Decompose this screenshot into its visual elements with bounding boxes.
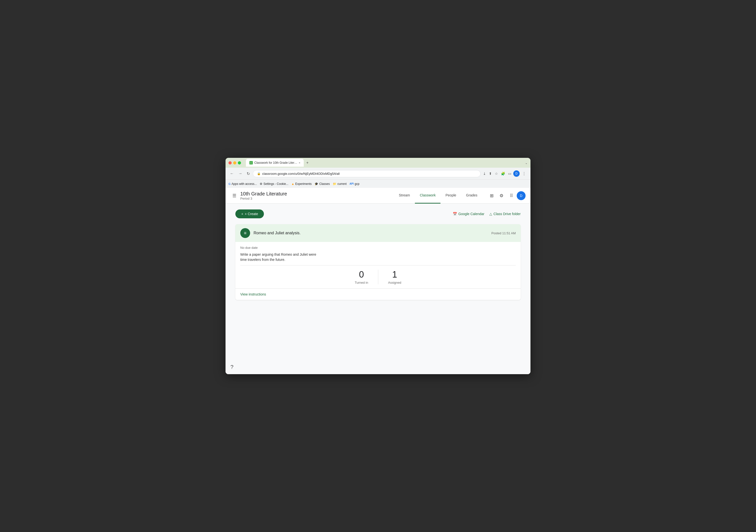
sidebar-toggle-icon[interactable]: ▭ — [507, 171, 512, 176]
bookmark-gcp-label: gcp — [355, 182, 359, 186]
fullscreen-traffic-light[interactable] — [238, 161, 241, 165]
tab-people[interactable]: People — [441, 188, 461, 203]
bookmark-icon[interactable]: ☆ — [494, 171, 499, 176]
turned-in-stat: 0 Turned in — [345, 269, 378, 284]
more-options-button[interactable]: ⋮ — [521, 171, 527, 177]
extension-icon[interactable]: 🧩 — [500, 171, 506, 176]
assignment-footer: View instructions — [235, 288, 521, 300]
class-title-block: 10th Grade Literature Period 3 — [240, 191, 287, 200]
bookmark-classes[interactable]: 🎓 Classes — [314, 182, 330, 186]
help-button[interactable]: ? — [230, 364, 233, 370]
url-text: classroom.google.com/u/0/w/NjEyMDI4ODIxM… — [262, 172, 476, 175]
toolbar-links: 📅 Google Calendar △ Class Drive folder — [453, 212, 521, 216]
classwork-toolbar: + + Create 📅 Google Calendar △ Class Dri… — [235, 209, 521, 218]
nav-tabs: Stream Classwork People Grades — [394, 188, 482, 203]
browser-profile-avatar[interactable]: D — [513, 171, 520, 177]
assignment-due-date: No due date — [240, 246, 516, 250]
assignment-card: ≡ Romeo and Juliet analysis. Posted 11:5… — [235, 224, 521, 300]
header-actions: ⊞ ⚙ ⠿ D — [487, 191, 526, 200]
view-instructions-link[interactable]: View instructions — [240, 292, 266, 296]
classwork-main: + + Create 📅 Google Calendar △ Class Dri… — [226, 203, 530, 360]
download-icon[interactable]: ⤓ — [482, 171, 487, 176]
calendar-icon: 📅 — [453, 212, 457, 216]
tab-overflow-arrow[interactable]: ⌄ — [525, 161, 527, 165]
tab-classwork[interactable]: Classwork — [415, 188, 441, 203]
create-button-label: + Create — [245, 212, 258, 216]
turned-in-count: 0 — [359, 269, 364, 280]
user-profile-avatar[interactable]: D — [517, 191, 526, 200]
class-name: 10th Grade Literature — [240, 191, 287, 197]
turned-in-label: Turned in — [355, 281, 368, 284]
assignment-card-header: ≡ Romeo and Juliet analysis. Posted 11:5… — [235, 224, 521, 242]
browser-window: C Classwork for 10th Grade Liter… × + ⌄ … — [226, 158, 530, 374]
assigned-count: 1 — [392, 269, 397, 280]
assignment-description: Write a paper arguing that Romeo and Jul… — [240, 252, 516, 262]
bookmark-apps[interactable]: G Apps with access... — [229, 182, 257, 186]
bookmark-classes-label: Classes — [319, 182, 330, 186]
assigned-label: Assigned — [388, 281, 401, 284]
share-icon[interactable]: ⬆ — [488, 171, 493, 176]
tab-end: ⌄ — [525, 161, 527, 165]
help-area: ? — [226, 360, 530, 374]
bookmark-experiments-label: Experiments — [295, 182, 312, 186]
address-actions: ⤓ ⬆ ☆ 🧩 ▭ D ⋮ — [482, 171, 527, 177]
assignment-title: Romeo and Juliet analysis. — [254, 231, 301, 235]
refresh-button[interactable]: ↻ — [245, 171, 251, 177]
create-button[interactable]: + + Create — [235, 209, 264, 218]
tab-bar: C Classwork for 10th Grade Liter… × + — [246, 159, 523, 167]
settings-icon-button[interactable]: ⚙ — [497, 191, 506, 200]
assigned-stat: 1 Assigned — [378, 269, 411, 284]
title-bar: C Classwork for 10th Grade Liter… × + ⌄ — [226, 158, 530, 168]
apps-grid-icon-button[interactable]: ⠿ — [507, 191, 516, 200]
assignment-stats: 0 Turned in 1 Assigned — [240, 265, 516, 284]
bookmark-current-label: current — [338, 182, 346, 186]
tab-grades[interactable]: Grades — [461, 188, 482, 203]
back-button[interactable]: ← — [229, 171, 235, 177]
bookmark-settings-label: Settings - Cookie... — [263, 182, 288, 186]
folder-icon: 📁 — [333, 182, 337, 186]
classroom-header: ☰ 10th Grade Literature Period 3 Stream … — [226, 188, 530, 203]
bookmark-gcp[interactable]: API gcp — [349, 182, 359, 186]
google-calendar-link[interactable]: 📅 Google Calendar — [453, 212, 484, 216]
minimize-traffic-light[interactable] — [233, 161, 236, 165]
address-bar-row: ← → ↻ 🔒 classroom.google.com/u/0/w/NjEyM… — [226, 168, 530, 179]
api-icon: API — [349, 182, 354, 185]
bookmark-settings[interactable]: ⚙ Settings - Cookie... — [260, 182, 288, 186]
assignment-posted-time: Posted 11:51 AM — [491, 231, 516, 235]
tab-stream[interactable]: Stream — [394, 188, 415, 203]
google-calendar-label: Google Calendar — [458, 212, 484, 216]
traffic-lights — [229, 161, 241, 165]
google-icon: G — [229, 182, 231, 185]
bookmark-experiments[interactable]: ▲ Experiments — [291, 182, 312, 186]
create-plus-icon: + — [241, 212, 243, 216]
lock-icon: 🔒 — [257, 172, 261, 175]
new-tab-button[interactable]: + — [304, 160, 310, 166]
tab-close-button[interactable]: × — [299, 161, 300, 164]
bookmark-apps-label: Apps with access... — [232, 182, 257, 186]
tab-favicon: C — [249, 161, 253, 165]
close-traffic-light[interactable] — [229, 161, 232, 165]
tab-title: Classwork for 10th Grade Liter… — [254, 161, 297, 165]
forward-button[interactable]: → — [237, 171, 244, 177]
bookmark-current[interactable]: 📁 current — [333, 182, 346, 186]
assignment-type-icon: ≡ — [240, 228, 250, 238]
classes-icon: 🎓 — [314, 182, 318, 186]
class-period: Period 3 — [240, 197, 287, 200]
display-icon-button[interactable]: ⊞ — [487, 191, 496, 200]
experiments-icon: ▲ — [291, 182, 294, 186]
class-drive-folder-link[interactable]: △ Class Drive folder — [489, 212, 521, 216]
app-content: ☰ 10th Grade Literature Period 3 Stream … — [226, 188, 530, 374]
active-tab[interactable]: C Classwork for 10th Grade Liter… × — [246, 159, 304, 167]
settings-gear-icon: ⚙ — [260, 182, 262, 186]
drive-folder-icon: △ — [489, 212, 492, 216]
class-drive-folder-label: Class Drive folder — [494, 212, 521, 216]
assignment-body: No due date Write a paper arguing that R… — [235, 242, 521, 288]
hamburger-menu-button[interactable]: ☰ — [230, 191, 238, 200]
bookmarks-bar: G Apps with access... ⚙ Settings - Cooki… — [226, 179, 530, 188]
address-field[interactable]: 🔒 classroom.google.com/u/0/w/NjEyMDI4ODI… — [253, 170, 480, 177]
